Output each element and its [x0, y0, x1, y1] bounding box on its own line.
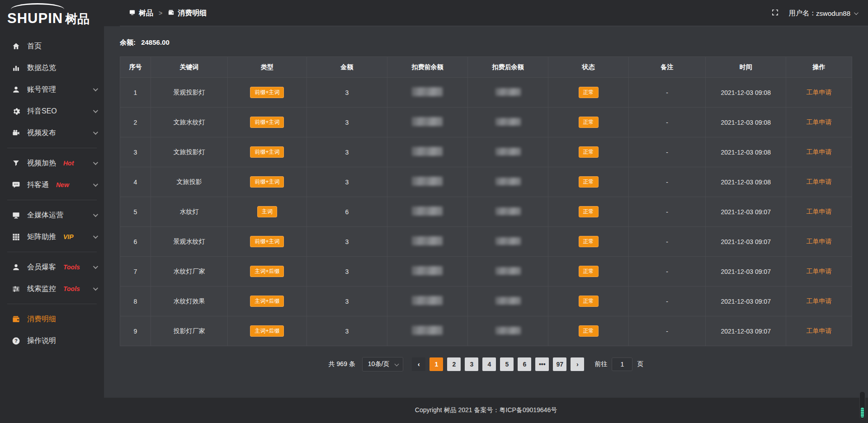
goto-page-input[interactable]: [612, 357, 632, 371]
cell-keyword: 文旅水纹灯: [151, 108, 227, 137]
cell-post-balance: [467, 316, 548, 346]
ticket-apply-link[interactable]: 工单申请: [807, 238, 832, 245]
redacted-value: [412, 207, 443, 216]
ticket-apply-link[interactable]: 工单申请: [807, 89, 832, 96]
svg-text:?: ?: [14, 338, 18, 343]
page-button-2[interactable]: 2: [447, 357, 461, 371]
cell-index: 7: [120, 257, 151, 287]
type-badge: 前缀+主词: [250, 117, 284, 127]
more-pages-button[interactable]: •••: [535, 357, 549, 371]
scrollbar-thumb[interactable]: [861, 408, 864, 418]
cell-keyword: 文旅投影: [151, 167, 227, 197]
sidebar-item-matrix-boost[interactable]: 矩阵助推VIP: [0, 226, 104, 248]
wallet-icon: [168, 9, 175, 18]
footer: Copyright 树品 2021 备案号：粤ICP备09019646号: [104, 398, 868, 423]
cell-keyword: 景观水纹灯: [151, 227, 227, 257]
chevron-down-icon: [93, 182, 98, 187]
page-button-3[interactable]: 3: [465, 357, 478, 371]
redacted-value: [412, 87, 443, 96]
goto-suffix: 页: [637, 360, 643, 368]
brand-icon: [129, 9, 136, 18]
page-button-1[interactable]: 1: [429, 357, 443, 371]
sidebar-item-data-overview[interactable]: 数据总览: [0, 57, 104, 79]
column-header: 扣费前余额: [387, 57, 467, 78]
cell-amount: 3: [307, 227, 387, 257]
page-size-select[interactable]: 10条/页: [362, 357, 403, 371]
page-button-97[interactable]: 97: [553, 357, 566, 371]
cell-post-balance: [467, 78, 548, 108]
column-header: 操作: [786, 57, 852, 78]
sidebar-item-lead-monitor[interactable]: 线索监控Tools: [0, 278, 104, 300]
cell-pre-balance: [387, 197, 467, 227]
sidebar-item-douketong[interactable]: 抖客通New: [0, 174, 104, 196]
ticket-apply-link[interactable]: 工单申请: [807, 208, 832, 215]
balance: 余额: 24856.00: [120, 38, 852, 47]
next-page-button[interactable]: ›: [571, 357, 584, 371]
fullscreen-icon[interactable]: [771, 9, 779, 18]
user-icon: [12, 85, 20, 94]
cell-amount: 3: [307, 108, 387, 137]
user-menu[interactable]: 用户名： zswodun88: [789, 9, 857, 18]
cell-amount: 3: [307, 257, 387, 287]
main-area: 树品 > 消费明细 用户名： zswodun88 余额: 24856.00: [104, 0, 868, 423]
page-button-4[interactable]: 4: [482, 357, 496, 371]
cell-time: 2021-12-03 09:07: [706, 227, 786, 257]
cell-remark: -: [629, 108, 706, 137]
cell-time: 2021-12-03 09:08: [706, 78, 786, 108]
sidebar-item-tag: Tools: [63, 285, 80, 292]
cell-index: 8: [120, 287, 151, 316]
page-button-5[interactable]: 5: [500, 357, 514, 371]
ticket-apply-link[interactable]: 工单申请: [807, 118, 832, 126]
sidebar-item-video-heat[interactable]: 视频加热Hot: [0, 152, 104, 174]
redacted-value: [412, 177, 443, 186]
status-badge: 正常: [579, 296, 599, 306]
sidebar-divider: [7, 252, 97, 252]
prev-page-button[interactable]: ‹: [412, 357, 425, 371]
sidebar-item-operation-guide[interactable]: ?操作说明: [0, 330, 104, 352]
page-button-6[interactable]: 6: [518, 357, 531, 371]
ticket-apply-link[interactable]: 工单申请: [807, 327, 832, 334]
table-row: 1景观投影灯前缀+主词3正常-2021-12-03 09:08工单申请: [120, 78, 852, 108]
page-scrollbar[interactable]: [859, 391, 865, 419]
cell-time: 2021-12-03 09:07: [706, 197, 786, 227]
grid-icon: [12, 233, 20, 241]
sidebar-item-home[interactable]: 首页: [0, 35, 104, 57]
table-row: 9投影灯厂家主词+后缀3正常-2021-12-03 09:07工单申请: [120, 316, 852, 346]
cell-action: 工单申请: [786, 316, 852, 346]
sidebar-nav: 首页数据总览账号管理抖音SEO视频发布视频加热Hot抖客通New全媒体运营矩阵助…: [0, 29, 104, 352]
breadcrumb-item-shupin[interactable]: 树品: [129, 9, 153, 18]
cell-remark: -: [629, 197, 706, 227]
sidebar-item-label: 矩阵助推: [27, 232, 56, 242]
cell-remark: -: [629, 257, 706, 287]
cell-post-balance: [467, 197, 548, 227]
ticket-apply-link[interactable]: 工单申请: [807, 297, 832, 305]
sidebar-item-video-publish[interactable]: 视频发布: [0, 122, 104, 144]
cell-status: 正常: [548, 257, 629, 287]
breadcrumb-item-consumption[interactable]: 消费明细: [168, 9, 207, 18]
sidebar-item-douyin-seo[interactable]: 抖音SEO: [0, 100, 104, 122]
page-buttons: 123456•••97: [429, 357, 566, 371]
column-header: 状态: [548, 57, 629, 78]
ticket-apply-link[interactable]: 工单申请: [807, 148, 832, 155]
ticket-apply-link[interactable]: 工单申请: [807, 178, 832, 185]
type-badge: 主词: [257, 206, 277, 217]
cell-remark: -: [629, 316, 706, 346]
cell-amount: 3: [307, 316, 387, 346]
cell-status: 正常: [548, 108, 629, 137]
status-badge: 正常: [579, 87, 599, 98]
redacted-value: [495, 267, 521, 275]
sidebar-item-member-baoke[interactable]: 会员爆客Tools: [0, 256, 104, 278]
wallet-icon: [12, 315, 20, 324]
ticket-apply-link[interactable]: 工单申请: [807, 268, 832, 275]
sidebar-item-label: 操作说明: [27, 336, 56, 346]
redacted-value: [495, 178, 521, 185]
cell-type: 主词+后缀: [227, 257, 307, 287]
sidebar-item-label: 视频加热: [27, 159, 56, 168]
sidebar-item-all-media-operation[interactable]: 全媒体运营: [0, 204, 104, 226]
sidebar-item-consumption-detail[interactable]: 消费明细: [0, 308, 104, 330]
sidebar-item-account-management[interactable]: 账号管理: [0, 79, 104, 100]
table-row: 2文旅水纹灯前缀+主词3正常-2021-12-03 09:08工单申请: [120, 108, 852, 137]
redacted-value: [412, 266, 443, 275]
status-badge: 正常: [579, 266, 599, 277]
sidebar-item-label: 视频发布: [27, 128, 56, 138]
